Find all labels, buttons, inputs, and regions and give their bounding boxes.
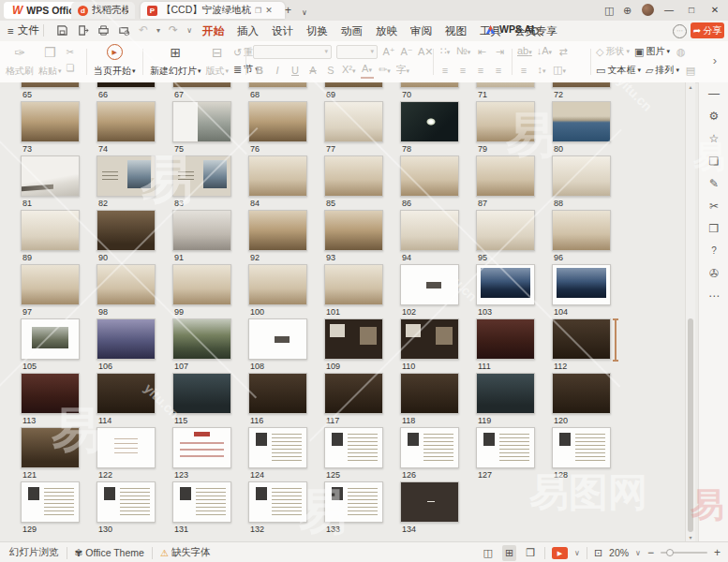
fit-slide-icon[interactable]: ⊡ — [594, 547, 602, 559]
format-painter-button[interactable]: ✑ 格式刷 — [6, 44, 34, 78]
vertical-scrollbar[interactable]: ▴ ▾ — [685, 82, 695, 541]
menu-tab-insert[interactable]: 插入 — [235, 22, 260, 41]
pinyin-button[interactable]: 字▾ — [396, 63, 410, 78]
slide-sorter-canvas[interactable]: 6566676869707172737475767778798081828384… — [0, 82, 685, 541]
slide-thumbnail-75[interactable] — [172, 101, 231, 142]
slideshow-play-button[interactable]: ▶ — [552, 547, 568, 559]
decrease-font-button[interactable]: A⁻ — [400, 45, 413, 59]
slide-thumbnail-107[interactable] — [172, 318, 231, 360]
slide-thumbnail-70[interactable] — [400, 82, 459, 88]
slide-thumbnail-124[interactable] — [248, 427, 307, 468]
wps-ai-button[interactable]: WPS AI — [485, 23, 534, 35]
copy-icon[interactable]: ❏ — [67, 63, 75, 74]
slide-thumbnail-74[interactable] — [97, 101, 156, 142]
menu-tab-view[interactable]: 视图 — [443, 22, 468, 41]
bullets-button[interactable]: ∷▾ — [438, 44, 452, 59]
paste-button[interactable]: ❒ 粘贴▾ — [38, 44, 62, 78]
print-icon[interactable] — [97, 24, 110, 37]
slide-thumbnail-115[interactable] — [172, 373, 231, 414]
slide-thumbnail-85[interactable] — [324, 155, 383, 197]
edit-pen-icon[interactable]: ✎ — [699, 172, 728, 195]
line-spacing-button[interactable]: ↕▾ — [535, 63, 548, 78]
slide-thumbnail-117[interactable] — [324, 373, 383, 414]
slide-thumbnail-125[interactable] — [324, 427, 383, 468]
slide-thumbnail-120[interactable] — [552, 373, 611, 414]
slide-thumbnail-113[interactable] — [21, 373, 80, 414]
maximize-button[interactable]: □ — [682, 0, 701, 21]
redo-icon[interactable]: ↷ — [169, 23, 178, 37]
outdent-button[interactable]: ⇤ — [475, 45, 488, 59]
slide-thumbnail-101[interactable] — [324, 264, 383, 305]
favorites-star-icon[interactable]: ☆ — [699, 127, 728, 150]
superscript-button[interactable]: X²▾ — [342, 63, 356, 78]
slide-thumbnail-112[interactable] — [552, 318, 611, 360]
shapes-button[interactable]: ◇ 形状▾ — [596, 44, 630, 59]
cut-icon[interactable]: ✂ — [67, 47, 75, 58]
slide-thumbnail-79[interactable] — [476, 101, 535, 142]
help-icon[interactable]: ? — [699, 240, 728, 262]
globe-icon[interactable]: ⊕ — [623, 3, 631, 18]
arrange-button[interactable]: ▱ 排列▾ — [646, 63, 679, 78]
slide-thumbnail-96[interactable] — [552, 210, 611, 251]
slide-thumbnail-106[interactable] — [97, 318, 156, 360]
slide-thumbnail-92[interactable] — [248, 210, 307, 251]
italic-button[interactable]: I — [271, 64, 284, 78]
export-icon[interactable] — [77, 24, 89, 37]
detach-window-icon[interactable]: ❐ — [255, 7, 261, 15]
assistant-icon[interactable]: ⋯ — [673, 24, 687, 38]
slide-thumbnail-111[interactable] — [476, 318, 535, 360]
slide-thumbnail-132[interactable] — [248, 481, 307, 523]
skin-theme-icon[interactable]: ✇ — [699, 262, 728, 285]
slide-thumbnail-80[interactable] — [552, 101, 611, 142]
increase-font-button[interactable]: A⁺ — [382, 45, 395, 59]
slide-thumbnail-88[interactable] — [552, 155, 611, 197]
scroll-up-icon[interactable]: ▴ — [686, 83, 695, 90]
zoom-slider[interactable] — [661, 552, 707, 554]
zoom-out-button[interactable]: − — [647, 546, 654, 559]
slide-sorter-view-button[interactable]: ⊞ — [502, 545, 516, 561]
slide-thumbnail-118[interactable] — [400, 373, 459, 414]
slide-thumbnail-116[interactable] — [248, 373, 307, 414]
tools-cut-icon[interactable]: ✂ — [699, 195, 728, 217]
missing-fonts-button[interactable]: ⚠ 缺失字体 — [160, 546, 211, 559]
zoom-caret[interactable]: ∨ — [635, 549, 641, 557]
bold-button[interactable]: B — [253, 64, 266, 78]
save-icon[interactable] — [56, 24, 68, 37]
slide-thumbnail-123[interactable] — [172, 427, 231, 468]
close-tab-icon[interactable]: ✕ — [265, 6, 273, 15]
scrollbar-thumb[interactable] — [688, 318, 693, 532]
user-avatar[interactable] — [642, 4, 654, 16]
tab-presentation-document[interactable]: P 【CCD】宁波绿地杭州湾酒店设计方案 ❐ ✕ — [141, 2, 285, 19]
picture-button[interactable]: ▣ 图片▾ — [634, 44, 670, 59]
slide-thumbnail-122[interactable] — [97, 427, 156, 468]
slide-thumbnail-127[interactable] — [476, 427, 535, 468]
columns-button[interactable]: ◫▾ — [553, 63, 566, 78]
slide-thumbnail-97[interactable] — [21, 264, 80, 305]
distribute-button[interactable]: ≡ — [517, 64, 530, 78]
slide-thumbnail-109[interactable] — [324, 318, 383, 360]
more-icon[interactable]: ⋯ — [699, 285, 728, 307]
slide-thumbnail-108[interactable] — [248, 318, 307, 360]
notebook-icon[interactable]: ❒ — [699, 217, 728, 240]
slide-thumbnail-98[interactable] — [97, 264, 156, 305]
slide-thumbnail-114[interactable] — [97, 373, 156, 414]
menu-tab-design[interactable]: 设计 — [270, 22, 295, 41]
slide-thumbnail-134[interactable] — [400, 481, 459, 523]
properties-icon[interactable]: ⚙ — [699, 105, 728, 127]
slide-thumbnail-93[interactable] — [324, 210, 383, 251]
slide-thumbnail-72[interactable] — [552, 82, 611, 88]
toolbar-more-caret[interactable]: ∨ — [186, 26, 192, 35]
slide-thumbnail-83[interactable] — [172, 155, 231, 197]
textbox-button[interactable]: ▭ 文本框▾ — [596, 63, 641, 78]
slide-thumbnail-76[interactable] — [248, 101, 307, 142]
new-slide-button[interactable]: ⊞ 新建幻灯片▾ — [150, 44, 201, 78]
print-preview-icon[interactable] — [118, 24, 130, 37]
menu-tab-review[interactable]: 审阅 — [409, 22, 434, 41]
numbering-button[interactable]: №▾ — [456, 44, 470, 59]
reading-view-button[interactable]: ❒ — [523, 545, 538, 561]
tab-list-caret[interactable]: ∨ — [302, 6, 307, 21]
expand-ribbon-icon[interactable]: › — [713, 53, 717, 67]
slide-thumbnail-94[interactable] — [400, 210, 459, 251]
zoom-in-button[interactable]: + — [714, 546, 721, 559]
slide-thumbnail-99[interactable] — [172, 264, 231, 305]
